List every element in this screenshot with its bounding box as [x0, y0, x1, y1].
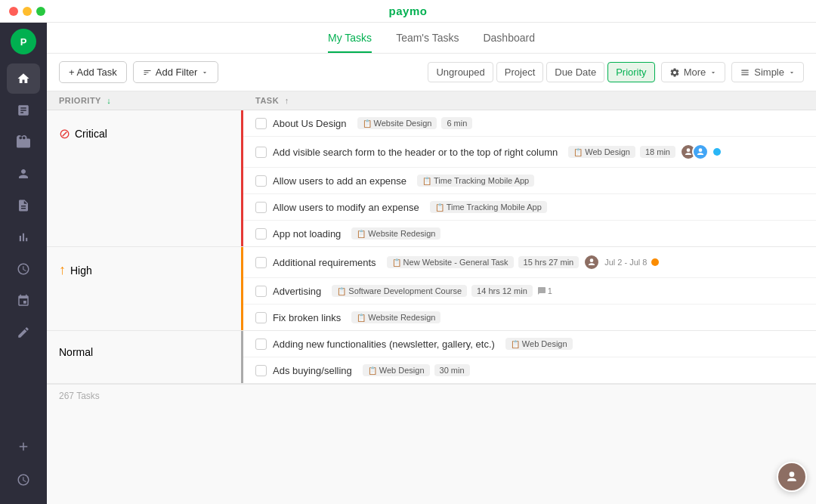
critical-label: Critical	[75, 128, 107, 140]
tab-my-tasks[interactable]: My Tasks	[328, 32, 372, 53]
comment-badge: 1	[537, 286, 552, 295]
critical-indicator: ⊘ Critical	[59, 125, 107, 142]
table-row: Ads buying/selling 📋 Web Design 30 min	[243, 357, 816, 383]
svg-point-0	[687, 148, 691, 152]
task-checkbox[interactable]	[255, 365, 267, 376]
tag-icon: 📋	[363, 119, 372, 128]
maximize-icon[interactable]	[36, 7, 45, 16]
task-name: Additional requirements	[273, 257, 376, 268]
close-icon[interactable]	[9, 7, 18, 16]
sidebar-item-home[interactable]	[7, 63, 40, 94]
time-badge: 6 min	[441, 117, 472, 129]
sidebar-item-calendar[interactable]	[7, 286, 40, 316]
content-area: My Tasks Team's Tasks Dashboard + Add Ta…	[47, 23, 816, 504]
table-row: Advertising 📋 Software Development Cours…	[243, 278, 816, 305]
tag-icon: 📋	[511, 340, 520, 348]
sidebar-item-time[interactable]	[7, 254, 40, 284]
task-extras: 📋 Web Design	[505, 338, 573, 350]
tag-icon: 📋	[392, 258, 401, 267]
sidebar-item-timer[interactable]	[7, 465, 40, 495]
high-indicator: ↑ High	[59, 262, 92, 278]
sidebar-item-reports[interactable]	[7, 95, 40, 125]
simple-label: Simple	[754, 66, 784, 78]
normal-label: Normal	[59, 346, 93, 358]
tag-icon: 📋	[435, 203, 444, 212]
task-name: Adding new functionalities (newsletter, …	[273, 339, 495, 350]
task-checkbox[interactable]	[255, 339, 267, 350]
add-task-button[interactable]: + Add Task	[59, 61, 127, 83]
task-tag: 📋 Web Design	[363, 364, 430, 376]
tag-icon: 📋	[422, 177, 431, 185]
status-dot	[713, 148, 721, 156]
minimize-icon[interactable]	[23, 7, 32, 16]
sidebar-item-clients[interactable]	[7, 159, 40, 189]
filter-project[interactable]: Project	[496, 62, 543, 82]
task-extras: 📋 Website Design 6 min	[357, 117, 473, 129]
window-controls	[9, 7, 45, 16]
sidebar-item-add[interactable]	[7, 431, 40, 462]
task-checkbox[interactable]	[255, 286, 267, 297]
filter-due-date[interactable]: Due Date	[546, 62, 604, 82]
svg-point-2	[590, 258, 594, 262]
task-tag: 📋 New Website - General Task	[387, 256, 514, 268]
task-name: Allow users to add an expense	[273, 175, 406, 187]
sidebar-item-invoices[interactable]	[7, 190, 40, 221]
task-checkbox[interactable]	[255, 118, 267, 129]
tag-icon: 📋	[573, 148, 583, 156]
avatar[interactable]: P	[11, 29, 36, 54]
svg-point-1	[699, 148, 703, 152]
sidebar-item-analytics[interactable]	[7, 222, 40, 252]
task-checkbox[interactable]	[255, 312, 267, 323]
filter-ungrouped[interactable]: Ungrouped	[428, 62, 493, 82]
add-filter-button[interactable]: Add Filter	[133, 61, 219, 83]
time-badge: 15 hrs 27 min	[518, 256, 580, 268]
task-table: PRIORITY ↓ TASK ↑ ⊘ Critical	[47, 91, 816, 504]
task-checkbox[interactable]	[255, 228, 267, 240]
filter-priority[interactable]: Priority	[607, 62, 654, 82]
col-priority-header: PRIORITY ↓	[59, 96, 255, 105]
priority-label-high: ↑ High	[47, 247, 243, 330]
task-name: About Us Design	[273, 118, 347, 129]
help-avatar[interactable]	[777, 462, 807, 492]
normal-tasks: Adding new functionalities (newsletter, …	[243, 331, 816, 383]
table-row: App not loading 📋 Website Redesign	[243, 221, 816, 246]
table-row: About Us Design 📋 Website Design 6 min	[243, 110, 816, 137]
sidebar-item-notes[interactable]	[7, 317, 40, 348]
table-row: Fix broken links 📋 Website Redesign	[243, 305, 816, 330]
task-name: Fix broken links	[273, 312, 341, 323]
task-tag: 📋 Website Design	[357, 117, 437, 129]
task-extras: 📋 Website Redesign	[351, 311, 440, 323]
task-checkbox[interactable]	[255, 257, 267, 268]
col-task-header: TASK ↑	[255, 96, 804, 105]
task-checkbox[interactable]	[255, 202, 267, 213]
tag-icon: 📋	[368, 366, 377, 375]
task-checkbox[interactable]	[255, 175, 267, 187]
table-row: Additional requirements 📋 New Website - …	[243, 247, 816, 278]
tag-icon: 📋	[357, 230, 366, 238]
simple-view-button[interactable]: Simple	[731, 62, 804, 82]
add-filter-label: Add Filter	[156, 66, 198, 78]
time-badge: 30 min	[434, 364, 470, 376]
nav-tabs: My Tasks Team's Tasks Dashboard	[47, 23, 816, 54]
task-tag: 📋 Web Design	[568, 146, 635, 158]
task-tag: 📋 Web Design	[505, 338, 573, 350]
time-badge: 18 min	[640, 146, 675, 158]
task-name: Allow users to modify an expense	[273, 202, 419, 213]
table-row: Add visible search form to the header or…	[243, 137, 816, 168]
task-name: Advertising	[273, 286, 321, 297]
tab-teams-tasks[interactable]: Team's Tasks	[396, 32, 459, 53]
tab-dashboard[interactable]: Dashboard	[483, 32, 535, 53]
sidebar-item-projects[interactable]	[7, 127, 40, 157]
task-name: Ads buying/selling	[273, 365, 352, 376]
task-extras: 📋 Time Tracking Mobile App	[417, 175, 534, 187]
task-tag: 📋 Time Tracking Mobile App	[417, 175, 534, 187]
critical-tasks: About Us Design 📋 Website Design 6 min	[243, 110, 816, 246]
toolbar: + Add Task Add Filter Ungrouped Project …	[47, 54, 816, 91]
table-row: Allow users to modify an expense 📋 Time …	[243, 194, 816, 221]
status-dot	[651, 258, 659, 266]
normal-indicator: Normal	[59, 346, 93, 358]
task-extras: 📋 Web Design 18 min	[568, 144, 721, 160]
more-button[interactable]: More	[661, 62, 726, 82]
task-checkbox[interactable]	[255, 147, 267, 158]
high-tasks: Additional requirements 📋 New Website - …	[243, 247, 816, 330]
